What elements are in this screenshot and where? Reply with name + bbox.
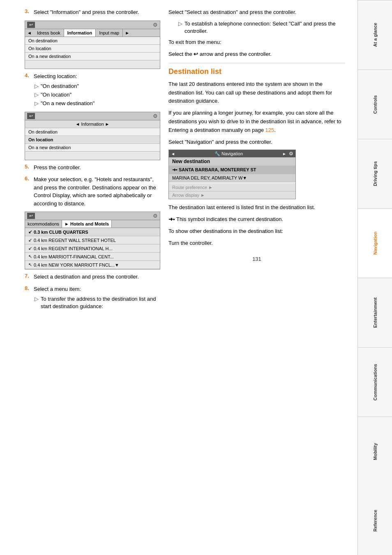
tab-input-map[interactable]: Input map bbox=[96, 29, 123, 37]
hotel-icon-1: ↙ bbox=[28, 229, 32, 235]
menu-on-location-2[interactable]: On location bbox=[25, 136, 160, 144]
nav-arrow-display[interactable]: Arrow display ► bbox=[169, 191, 295, 199]
step-7-text: Select a destination and press the contr… bbox=[34, 273, 139, 281]
step-4: 4. Selecting location: ▷"On destination"… bbox=[25, 72, 160, 108]
ui-box-information: ↩ ⚙ ◄ Idress book Information Input map … bbox=[25, 21, 160, 69]
step-8-subitems: ▷ To transfer the address to the destina… bbox=[35, 295, 160, 310]
step-8-number: 8. bbox=[25, 285, 31, 293]
step-4-subitems: ▷"On destination" ▷"On location" ▷"On a … bbox=[35, 83, 160, 108]
tab-information[interactable]: Information bbox=[64, 29, 96, 37]
step-7: 7. Select a destination and press the co… bbox=[25, 273, 160, 281]
arrow-icon-phone: ▷ bbox=[178, 20, 182, 35]
back-button-2[interactable]: ↩ bbox=[27, 113, 35, 119]
menu-on-destination-1[interactable]: On destination bbox=[25, 37, 160, 45]
step-8-text: Select a menu item: bbox=[34, 285, 81, 293]
nav-title: 🔧 Navigation bbox=[214, 151, 243, 157]
destination-list-heading: Destination list bbox=[168, 67, 345, 76]
phone-subitem: ▷ To establish a telephone connection: S… bbox=[178, 20, 345, 35]
tab-accommodations[interactable]: kcommodations bbox=[25, 220, 62, 228]
tab-address-book[interactable]: Idress book bbox=[34, 29, 64, 37]
main-content: 3. Select "Information" and press the co… bbox=[0, 0, 357, 555]
subitem-4-1: "On destination" bbox=[41, 83, 79, 90]
hotel-icon-3: ↙ bbox=[28, 246, 32, 251]
step-6-text: Make your selection, e.g. "Hotels and re… bbox=[34, 175, 160, 207]
subitem-4-2: "On location" bbox=[41, 91, 71, 99]
settings-icon-1: ⚙ bbox=[153, 22, 158, 28]
show-other-text: To show other destinations in the destin… bbox=[168, 227, 345, 236]
step-6-number: 6. bbox=[25, 175, 31, 207]
sidebar-tab-driving-tips[interactable]: Driving tips bbox=[358, 139, 392, 208]
hotel-icon-4: ↖ bbox=[28, 254, 32, 259]
back-button-1[interactable]: ↩ bbox=[27, 22, 35, 28]
step-3-number: 3. bbox=[25, 8, 31, 16]
arrow-icon-2: ▷ bbox=[35, 91, 39, 99]
right-sidebar: At a glance Controls Driving tips Naviga… bbox=[357, 0, 392, 555]
step-3-text: Select "Information" and press the contr… bbox=[34, 8, 139, 16]
sidebar-tab-at-a-glance[interactable]: At a glance bbox=[358, 0, 392, 69]
sidebar-tab-navigation[interactable]: Navigation bbox=[358, 208, 392, 278]
ui-box-information-2: ↩ ⚙ ◄ Information ► On destination On lo… bbox=[25, 112, 160, 160]
page-link[interactable]: 125 bbox=[265, 127, 274, 133]
sidebar-tab-communications[interactable]: Communications bbox=[358, 347, 392, 417]
menu-on-new-destination-2[interactable]: On a new destination bbox=[25, 144, 160, 152]
sidebar-tab-entertainment[interactable]: Entertainment bbox=[358, 278, 392, 347]
tab-hotels-motels[interactable]: ► Hotels and Motels bbox=[62, 220, 112, 228]
tab-left-arrow[interactable]: ◄ bbox=[25, 29, 34, 37]
exit-text: To exit from the menu: bbox=[168, 38, 345, 47]
center-nav-text: ◄ Information ► bbox=[25, 120, 160, 128]
step-5-number: 5. bbox=[25, 164, 31, 172]
nav-new-destination[interactable]: New destination bbox=[169, 157, 295, 166]
hotel-item-4[interactable]: ↖ 0.4 km MARRIOTT-FINANCIAL CENT... bbox=[25, 253, 160, 261]
step-3: 3. Select "Information" and press the co… bbox=[25, 8, 160, 16]
sidebar-tab-reference[interactable]: Reference bbox=[358, 486, 392, 555]
step-7-number: 7. bbox=[25, 273, 31, 281]
hotel-item-5[interactable]: ↖ 0.4 km NEW YORK MARRIOTT FNCL...▼ bbox=[25, 261, 160, 269]
subitem-8-1: To transfer the address to the destinati… bbox=[41, 295, 160, 310]
hotels-tab-bar: kcommodations ► Hotels and Motels bbox=[25, 220, 160, 228]
hotel-item-3[interactable]: ↙ 0.4 km REGENT INTERNATIONAL H... bbox=[25, 244, 160, 253]
menu-on-location-1[interactable]: On location bbox=[25, 45, 160, 53]
hotel-icon-5: ↖ bbox=[28, 262, 32, 267]
nav-santa-barbara[interactable]: ➜• SANTA BARBARA, MONTERREY ST bbox=[169, 166, 295, 174]
subitem-4-3: "On a new destination" bbox=[41, 100, 95, 107]
hotel-text-3: 0.4 km REGENT INTERNATIONAL H... bbox=[34, 246, 113, 251]
step-5: 5. Press the controller. bbox=[25, 164, 160, 172]
arrow-icon-1: ▷ bbox=[35, 83, 39, 90]
hotel-item-1[interactable]: ↙ 0.3 km CLUB QUARTERS bbox=[25, 228, 160, 236]
left-column: 3. Select "Information" and press the co… bbox=[25, 8, 160, 314]
nav-header: ◄ 🔧 Navigation ► ⚙ bbox=[169, 150, 295, 157]
arrow-icon-4: ▷ bbox=[35, 295, 39, 310]
nav-right-arrow: ► bbox=[282, 152, 286, 156]
nav-press-instruction: Select "Navigation" and press the contro… bbox=[168, 138, 345, 147]
right-column: Select "Select as destination" and press… bbox=[168, 8, 345, 314]
dest-list-para-1: The last 20 destinations entered into th… bbox=[168, 80, 345, 106]
first-entry-text: The destination last entered is listed f… bbox=[168, 203, 345, 212]
hotel-text-5: 0.4 km NEW YORK MARRIOTT FNCL...▼ bbox=[34, 263, 119, 267]
nav-marina-del-rey[interactable]: MARINA DEL REY, ADMIRALTY W▼ bbox=[169, 174, 295, 182]
step-5-text: Press the controller. bbox=[34, 164, 81, 172]
hotel-icon-2: ↙ bbox=[28, 237, 32, 243]
sidebar-tab-controls[interactable]: Controls bbox=[358, 69, 392, 139]
symbol-explanation: ➜• This symbol indicates the current des… bbox=[168, 215, 345, 224]
continuation-text: Select "Select as destination" and press… bbox=[168, 8, 345, 17]
step-6: 6. Make your selection, e.g. "Hotels and… bbox=[25, 175, 160, 207]
tab-right-arrow[interactable]: ► bbox=[123, 29, 131, 37]
sidebar-tab-mobility[interactable]: Mobility bbox=[358, 417, 392, 486]
exit-instruction: Select the ↩ arrow and press the control… bbox=[168, 50, 345, 59]
settings-icon-2: ⚙ bbox=[153, 113, 158, 119]
turn-controller-text: Turn the controller. bbox=[168, 239, 345, 248]
ui-box-hotels: ↩ ⚙ kcommodations ► Hotels and Motels ↙ … bbox=[25, 212, 160, 269]
arrow-icon-3: ▷ bbox=[35, 100, 39, 107]
back-button-3[interactable]: ↩ bbox=[27, 213, 35, 219]
menu-on-destination-2[interactable]: On destination bbox=[25, 128, 160, 136]
step-4-number: 4. bbox=[25, 72, 31, 81]
menu-on-new-destination-1[interactable]: On a new destination bbox=[25, 53, 160, 60]
nav-route-preference[interactable]: Route preference ► bbox=[169, 184, 295, 191]
nav-settings-icon: ⚙ bbox=[289, 151, 293, 157]
step-8: 8. Select a menu item: ▷ To transfer the… bbox=[25, 285, 160, 311]
hotel-item-2[interactable]: ↙ 0.4 km REGENT WALL STREET HOTEL bbox=[25, 236, 160, 244]
hotel-text-1: 0.3 km CLUB QUARTERS bbox=[34, 230, 88, 235]
settings-icon-3: ⚙ bbox=[153, 213, 158, 219]
hotel-text-2: 0.4 km REGENT WALL STREET HOTEL bbox=[34, 238, 116, 243]
phone-text: To establish a telephone connection: Sel… bbox=[184, 20, 345, 35]
